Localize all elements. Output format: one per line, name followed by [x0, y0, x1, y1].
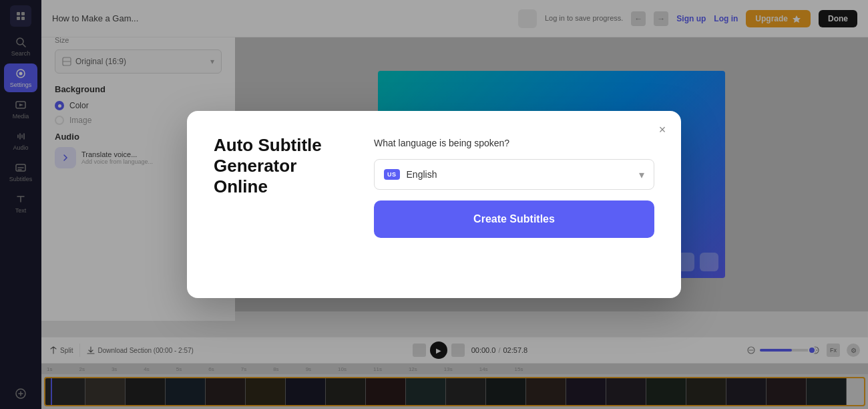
modal-question: What language is being spoken? — [374, 138, 654, 148]
modal-left-section: Auto Subtitle Generator Online — [214, 135, 347, 198]
language-label: English — [407, 169, 632, 180]
modal-title: Auto Subtitle Generator Online — [214, 135, 347, 198]
modal-right-section: What language is being spoken? US Englis… — [374, 135, 654, 238]
language-select[interactable]: US English ▾ — [374, 159, 654, 190]
chevron-down-icon: ▾ — [639, 168, 644, 181]
language-flag: US — [384, 169, 400, 180]
modal-close-button[interactable]: × — [653, 120, 672, 139]
auto-subtitle-modal: × Auto Subtitle Generator Online What la… — [187, 111, 681, 298]
create-subtitles-button[interactable]: Create Subtitles — [374, 200, 654, 238]
modal-overlay: × Auto Subtitle Generator Online What la… — [0, 0, 868, 409]
